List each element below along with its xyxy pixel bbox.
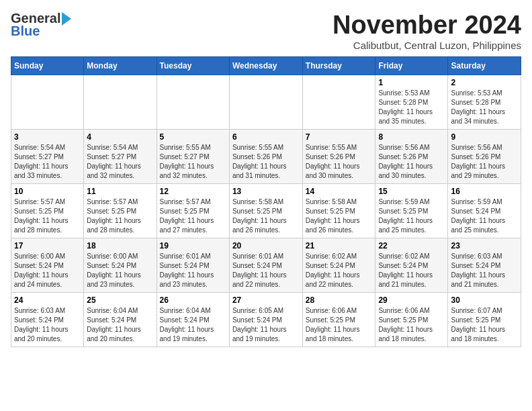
day-number: 11 [87,187,153,196]
logo-blue: Blue [11,24,40,39]
day-detail: Sunrise: 5:54 AM Sunset: 5:27 PM Dayligh… [14,143,81,181]
calendar-week-2: 3Sunrise: 5:54 AM Sunset: 5:27 PM Daylig… [11,130,521,184]
day-number: 26 [160,295,226,305]
col-thursday: Thursday [302,57,375,75]
calendar-day: 3Sunrise: 5:54 AM Sunset: 5:27 PM Daylig… [11,130,84,184]
calendar-day [229,75,302,130]
calendar-day: 11Sunrise: 5:57 AM Sunset: 5:25 PM Dayli… [84,184,157,238]
day-number: 22 [378,241,445,250]
calendar-day: 23Sunrise: 6:03 AM Sunset: 5:24 PM Dayli… [448,238,521,293]
day-number: 24 [14,295,81,305]
day-number: 1 [378,78,445,87]
month-title: November 2024 [332,11,521,40]
day-detail: Sunrise: 6:04 AM Sunset: 5:24 PM Dayligh… [87,306,153,344]
day-detail: Sunrise: 5:55 AM Sunset: 5:26 PM Dayligh… [232,143,300,181]
day-detail: Sunrise: 6:06 AM Sunset: 5:25 PM Dayligh… [306,306,373,344]
day-detail: Sunrise: 5:53 AM Sunset: 5:28 PM Dayligh… [378,89,445,126]
header-row: Sunday Monday Tuesday Wednesday Thursday… [11,57,521,75]
col-wednesday: Wednesday [229,57,302,75]
calendar-day: 12Sunrise: 5:57 AM Sunset: 5:25 PM Dayli… [157,184,229,238]
calendar-day: 26Sunrise: 6:04 AM Sunset: 5:24 PM Dayli… [157,293,229,347]
calendar-day: 10Sunrise: 5:57 AM Sunset: 5:25 PM Dayli… [11,184,84,238]
calendar-day: 28Sunrise: 6:06 AM Sunset: 5:25 PM Dayli… [302,293,375,347]
day-number: 5 [160,132,226,142]
day-number: 17 [14,241,81,250]
calendar-day [302,75,375,130]
logo: General Blue [11,11,71,39]
day-detail: Sunrise: 6:02 AM Sunset: 5:24 PM Dayligh… [378,252,445,289]
day-number: 30 [451,295,518,305]
day-number: 9 [451,132,518,142]
calendar-day: 22Sunrise: 6:02 AM Sunset: 5:24 PM Dayli… [375,238,448,293]
day-detail: Sunrise: 6:00 AM Sunset: 5:24 PM Dayligh… [87,252,153,289]
day-detail: Sunrise: 6:07 AM Sunset: 5:25 PM Dayligh… [451,306,518,344]
day-number: 15 [378,187,445,196]
day-detail: Sunrise: 5:59 AM Sunset: 5:24 PM Dayligh… [451,197,518,235]
day-detail: Sunrise: 5:57 AM Sunset: 5:25 PM Dayligh… [87,197,153,235]
day-number: 3 [14,132,81,142]
day-detail: Sunrise: 5:56 AM Sunset: 5:26 PM Dayligh… [378,143,445,181]
calendar-week-1: 1Sunrise: 5:53 AM Sunset: 5:28 PM Daylig… [11,75,521,130]
calendar-day [84,75,157,130]
day-detail: Sunrise: 6:01 AM Sunset: 5:24 PM Dayligh… [160,252,226,289]
calendar-day: 18Sunrise: 6:00 AM Sunset: 5:24 PM Dayli… [84,238,157,293]
calendar-day: 8Sunrise: 5:56 AM Sunset: 5:26 PM Daylig… [375,130,448,184]
day-number: 21 [306,241,373,250]
day-number: 20 [232,241,300,250]
day-detail: Sunrise: 6:06 AM Sunset: 5:25 PM Dayligh… [378,306,445,344]
calendar-day [11,75,84,130]
day-detail: Sunrise: 6:00 AM Sunset: 5:24 PM Dayligh… [14,252,81,289]
col-saturday: Saturday [448,57,521,75]
day-number: 4 [87,132,153,142]
calendar-day [157,75,229,130]
calendar-day: 16Sunrise: 5:59 AM Sunset: 5:24 PM Dayli… [448,184,521,238]
calendar-day: 29Sunrise: 6:06 AM Sunset: 5:25 PM Dayli… [375,293,448,347]
day-number: 27 [232,295,300,305]
col-tuesday: Tuesday [157,57,229,75]
calendar-day: 14Sunrise: 5:58 AM Sunset: 5:25 PM Dayli… [302,184,375,238]
day-number: 6 [232,132,300,142]
day-detail: Sunrise: 5:55 AM Sunset: 5:26 PM Dayligh… [306,143,373,181]
calendar-day: 21Sunrise: 6:02 AM Sunset: 5:24 PM Dayli… [302,238,375,293]
calendar-day: 30Sunrise: 6:07 AM Sunset: 5:25 PM Dayli… [448,293,521,347]
day-detail: Sunrise: 5:53 AM Sunset: 5:28 PM Dayligh… [451,89,518,126]
day-detail: Sunrise: 5:58 AM Sunset: 5:25 PM Dayligh… [306,197,373,235]
calendar-day: 2Sunrise: 5:53 AM Sunset: 5:28 PM Daylig… [448,75,521,130]
calendar-table: Sunday Monday Tuesday Wednesday Thursday… [11,56,521,347]
page-header: General Blue November 2024 Calibutbut, C… [11,11,521,51]
location-title: Calibutbut, Central Luzon, Philippines [332,40,521,51]
day-number: 10 [14,187,81,196]
day-number: 16 [451,187,518,196]
calendar-day: 20Sunrise: 6:01 AM Sunset: 5:24 PM Dayli… [229,238,302,293]
col-sunday: Sunday [11,57,84,75]
day-number: 14 [306,187,373,196]
calendar-body: 1Sunrise: 5:53 AM Sunset: 5:28 PM Daylig… [11,75,521,347]
calendar-header: Sunday Monday Tuesday Wednesday Thursday… [11,57,521,75]
calendar-day: 7Sunrise: 5:55 AM Sunset: 5:26 PM Daylig… [302,130,375,184]
calendar-day: 24Sunrise: 6:03 AM Sunset: 5:24 PM Dayli… [11,293,84,347]
title-block: November 2024 Calibutbut, Central Luzon,… [332,11,521,51]
day-detail: Sunrise: 6:04 AM Sunset: 5:24 PM Dayligh… [160,306,226,344]
day-number: 13 [232,187,300,196]
day-number: 8 [378,132,445,142]
calendar-day: 13Sunrise: 5:58 AM Sunset: 5:25 PM Dayli… [229,184,302,238]
day-number: 19 [160,241,226,250]
calendar-day: 6Sunrise: 5:55 AM Sunset: 5:26 PM Daylig… [229,130,302,184]
day-detail: Sunrise: 5:54 AM Sunset: 5:27 PM Dayligh… [87,143,153,181]
day-number: 2 [451,78,518,87]
calendar-day: 19Sunrise: 6:01 AM Sunset: 5:24 PM Dayli… [157,238,229,293]
day-detail: Sunrise: 6:05 AM Sunset: 5:24 PM Dayligh… [232,306,300,344]
calendar-week-3: 10Sunrise: 5:57 AM Sunset: 5:25 PM Dayli… [11,184,521,238]
calendar-day: 5Sunrise: 5:55 AM Sunset: 5:27 PM Daylig… [157,130,229,184]
day-detail: Sunrise: 5:56 AM Sunset: 5:26 PM Dayligh… [451,143,518,181]
calendar-day: 1Sunrise: 5:53 AM Sunset: 5:28 PM Daylig… [375,75,448,130]
calendar-week-4: 17Sunrise: 6:00 AM Sunset: 5:24 PM Dayli… [11,238,521,293]
day-number: 18 [87,241,153,250]
col-friday: Friday [375,57,448,75]
day-number: 12 [160,187,226,196]
day-detail: Sunrise: 6:03 AM Sunset: 5:24 PM Dayligh… [14,306,81,344]
day-detail: Sunrise: 6:01 AM Sunset: 5:24 PM Dayligh… [232,252,300,289]
calendar-day: 9Sunrise: 5:56 AM Sunset: 5:26 PM Daylig… [448,130,521,184]
day-detail: Sunrise: 5:57 AM Sunset: 5:25 PM Dayligh… [160,197,226,235]
col-monday: Monday [84,57,157,75]
